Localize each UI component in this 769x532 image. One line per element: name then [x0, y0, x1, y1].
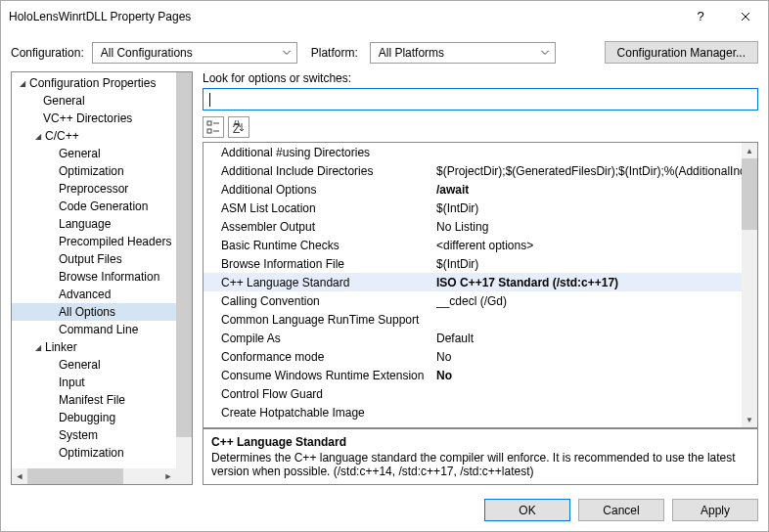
tree-item-label: Manifest File [59, 393, 125, 407]
property-value[interactable]: /await [436, 183, 742, 197]
property-value[interactable]: No [436, 369, 742, 382]
scroll-left-icon[interactable]: ◄ [12, 468, 27, 484]
grid-vertical-scrollbar[interactable]: ▲ ▼ [742, 143, 757, 427]
scrollbar-thumb[interactable] [176, 72, 192, 437]
scrollbar-thumb[interactable] [742, 158, 757, 230]
configuration-manager-button[interactable]: Configuration Manager... [605, 41, 758, 64]
tree-root[interactable]: ◢ Configuration Properties [12, 74, 176, 92]
scroll-right-icon[interactable]: ► [160, 468, 176, 484]
alphabetical-icon: AZ [232, 120, 246, 134]
scroll-down-icon[interactable]: ▼ [742, 412, 757, 427]
tree-item[interactable]: General [12, 145, 176, 162]
tree-item[interactable]: Precompiled Headers [12, 233, 176, 250]
property-value[interactable]: $(IntDir) [436, 257, 742, 271]
tree-item[interactable]: General [12, 356, 176, 374]
tree-scroll-area: ◢ Configuration Properties GeneralVC++ D… [12, 72, 192, 484]
tree-item[interactable]: ◢C/C++ [12, 127, 176, 145]
property-row[interactable]: Browse Information File$(IntDir) [204, 254, 742, 273]
tree-item[interactable]: Optimization [12, 444, 176, 462]
property-name: Control Flow Guard [221, 387, 436, 401]
categorized-icon [206, 120, 220, 134]
tree-item[interactable]: Output Files [12, 250, 176, 268]
close-button[interactable] [723, 1, 768, 31]
tree-horizontal-scrollbar[interactable]: ◄ ► [12, 468, 176, 484]
property-value[interactable]: No [436, 350, 742, 364]
chevron-down-icon [541, 50, 549, 55]
tree-item[interactable]: Language [12, 215, 176, 233]
property-row[interactable]: Additional Options/await [204, 180, 742, 199]
tree-item[interactable]: Debugging [12, 409, 176, 426]
property-value[interactable]: __cdecl (/Gd) [436, 294, 742, 308]
ok-button[interactable]: OK [484, 499, 570, 521]
categorized-button[interactable] [203, 116, 224, 138]
property-value[interactable]: <different options> [436, 239, 742, 252]
configuration-value: All Configurations [101, 46, 193, 60]
search-input[interactable] [203, 88, 758, 111]
tree-item[interactable]: All Options [12, 303, 176, 321]
tree-item-label: Language [59, 217, 111, 231]
alphabetical-button[interactable]: AZ [228, 116, 249, 138]
tree-item-label: Configuration Properties [29, 76, 156, 90]
property-row[interactable]: Additional Include Directories$(ProjectD… [204, 161, 742, 180]
property-row[interactable]: Calling Convention__cdecl (/Gd) [204, 291, 742, 310]
tree-item[interactable]: Browse Information [12, 268, 176, 286]
scroll-up-icon[interactable]: ▲ [742, 143, 757, 158]
property-value[interactable]: $(IntDir) [436, 201, 742, 215]
tree-item[interactable]: Command Line [12, 321, 176, 338]
property-row[interactable]: Additional #using Directories [204, 143, 742, 161]
help-button[interactable]: ? [678, 1, 723, 31]
platform-label: Platform: [311, 46, 358, 60]
property-row[interactable]: ASM List Location$(IntDir) [204, 199, 742, 217]
property-row[interactable]: Control Flow Guard [204, 384, 742, 403]
tree-item[interactable]: Input [12, 374, 176, 391]
tree-item[interactable]: ◢Linker [12, 338, 176, 356]
tree-item-label: Optimization [59, 446, 124, 460]
property-value[interactable]: $(ProjectDir);$(GeneratedFilesDir);$(Int… [436, 164, 742, 178]
tree-item-label: General [43, 94, 85, 108]
apply-button[interactable]: Apply [672, 499, 758, 521]
tree-item-label: Code Generation [59, 200, 148, 213]
property-row[interactable]: Assembler OutputNo Listing [204, 217, 742, 236]
configuration-combo[interactable]: All Configurations [92, 42, 297, 64]
dialog-buttons: OK Cancel Apply [1, 491, 768, 531]
tree-item[interactable]: General [12, 92, 176, 110]
scrollbar-track[interactable] [27, 468, 160, 484]
tree-vertical-scrollbar[interactable] [176, 72, 192, 468]
tree-item[interactable]: Advanced [12, 286, 176, 303]
property-name: C++ Language Standard [221, 276, 436, 289]
svg-rect-0 [207, 121, 211, 125]
platform-combo[interactable]: All Platforms [370, 42, 556, 64]
property-row[interactable]: C++ Language StandardISO C++17 Standard … [204, 273, 742, 291]
scrollbar-thumb[interactable] [27, 468, 123, 484]
property-value[interactable]: ISO C++17 Standard (/std:c++17) [436, 276, 742, 289]
configuration-label: Configuration: [11, 46, 84, 60]
tree-item[interactable]: Optimization [12, 162, 176, 180]
svg-rect-1 [207, 129, 211, 133]
property-row[interactable]: Common Language RunTime Support [204, 310, 742, 329]
titlebar: HoloLensWinrtDLL Property Pages ? [1, 1, 768, 31]
tree-item[interactable]: Manifest File [12, 391, 176, 409]
tree-item[interactable]: Code Generation [12, 198, 176, 215]
scrollbar-track[interactable] [742, 158, 757, 412]
property-name: ASM List Location [221, 201, 436, 215]
property-name: Assembler Output [221, 220, 436, 234]
tree-item[interactable]: Preprocessor [12, 180, 176, 198]
tree-item[interactable]: System [12, 426, 176, 444]
property-row[interactable]: Consume Windows Runtime ExtensionNo [204, 366, 742, 384]
property-value[interactable]: Default [436, 332, 742, 345]
tree-item[interactable]: VC++ Directories [12, 110, 176, 127]
tree-item-label: Browse Information [59, 270, 159, 284]
property-row[interactable]: Compile AsDefault [204, 329, 742, 347]
property-row[interactable]: Basic Runtime Checks<different options> [204, 236, 742, 254]
property-row[interactable]: Create Hotpatchable Image [204, 403, 742, 421]
tree-item-label: Optimization [59, 164, 124, 178]
cancel-button[interactable]: Cancel [578, 499, 664, 521]
property-name: Compile As [221, 332, 436, 345]
scrollbar-corner [176, 468, 192, 484]
svg-text:Z: Z [233, 122, 240, 134]
tree-item-label: Linker [45, 340, 77, 354]
description-panel: C++ Language Standard Determines the C++… [203, 428, 758, 485]
property-row[interactable]: Conformance modeNo [204, 347, 742, 366]
tree-item-label: Debugging [59, 411, 115, 424]
property-value[interactable]: No Listing [436, 220, 742, 234]
